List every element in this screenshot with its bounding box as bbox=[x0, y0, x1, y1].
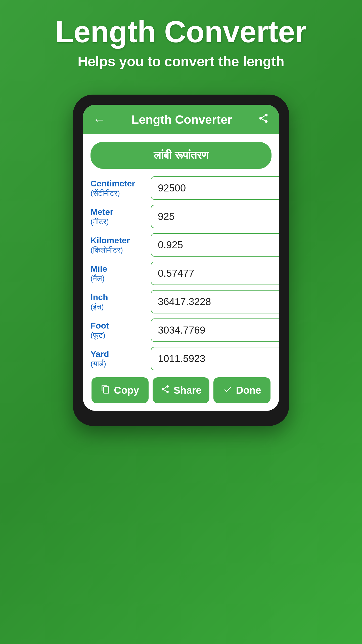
unit-input-4[interactable] bbox=[151, 290, 279, 313]
share-label: Share bbox=[173, 385, 201, 396]
page-subtitle: Helps you to convert the length bbox=[20, 53, 342, 69]
unit-input-5[interactable] bbox=[151, 318, 279, 342]
converter-row: Centimeter(सेंटीमीटर) bbox=[90, 176, 272, 200]
unit-label-2: Kilometer(किलोमीटर) bbox=[90, 235, 146, 255]
unit-label-3: Mile(मैल) bbox=[90, 264, 146, 283]
unit-input-6[interactable] bbox=[151, 347, 279, 370]
unit-name-en-0: Centimeter bbox=[90, 178, 146, 189]
converter-row: Yard(यार्ड) bbox=[90, 347, 272, 370]
unit-input-0[interactable] bbox=[151, 176, 279, 200]
unit-name-en-2: Kilometer bbox=[90, 235, 146, 246]
unit-label-5: Foot(फूट) bbox=[90, 320, 146, 340]
page-header: Length Converter Helps you to convert th… bbox=[0, 0, 362, 79]
converter-rows: Centimeter(सेंटीमीटर)Meter(मीटर)Kilomete… bbox=[90, 176, 272, 370]
converter-row: Mile(मैल) bbox=[90, 262, 272, 285]
copy-icon bbox=[101, 384, 110, 396]
copy-label: Copy bbox=[114, 385, 139, 396]
copy-button[interactable]: Copy bbox=[92, 377, 149, 403]
unit-input-1[interactable] bbox=[151, 205, 279, 228]
unit-input-2[interactable] bbox=[151, 233, 279, 257]
toolbar-title: Length Converter bbox=[131, 113, 232, 127]
unit-name-en-6: Yard bbox=[90, 349, 146, 359]
phone-screen: ← Length Converter लांबी रूपांतरण Centim… bbox=[83, 105, 279, 411]
done-label: Done bbox=[236, 385, 261, 396]
unit-name-en-3: Mile bbox=[90, 264, 146, 274]
unit-label-4: Inch(इंच) bbox=[90, 292, 146, 311]
unit-label-6: Yard(यार्ड) bbox=[90, 349, 146, 368]
share-toolbar-icon[interactable] bbox=[258, 113, 269, 126]
unit-name-hi-3: (मैल) bbox=[90, 274, 146, 283]
unit-name-en-1: Meter bbox=[90, 207, 146, 217]
unit-input-3[interactable] bbox=[151, 262, 279, 285]
unit-name-hi-2: (किलोमीटर) bbox=[90, 246, 146, 255]
unit-name-hi-0: (सेंटीमीटर) bbox=[90, 189, 146, 198]
converter-row: Kilometer(किलोमीटर) bbox=[90, 233, 272, 257]
unit-name-en-4: Inch bbox=[90, 292, 146, 302]
app-toolbar: ← Length Converter bbox=[83, 105, 279, 134]
page-title: Length Converter bbox=[20, 15, 342, 48]
converter-row: Meter(मीटर) bbox=[90, 205, 272, 228]
app-content: लांबी रूपांतरण Centimeter(सेंटीमीटर)Mete… bbox=[83, 134, 279, 411]
unit-label-1: Meter(मीटर) bbox=[90, 207, 146, 226]
share-btn-icon bbox=[160, 384, 170, 396]
unit-label-0: Centimeter(सेंटीमीटर) bbox=[90, 178, 146, 198]
unit-name-hi-6: (यार्ड) bbox=[90, 359, 146, 368]
done-icon bbox=[223, 384, 233, 396]
converter-row: Foot(फूट) bbox=[90, 318, 272, 342]
converter-row: Inch(इंच) bbox=[90, 290, 272, 313]
bottom-buttons: Copy Share Done bbox=[90, 377, 272, 403]
unit-name-en-5: Foot bbox=[90, 320, 146, 331]
unit-name-hi-1: (मीटर) bbox=[90, 217, 146, 226]
unit-name-hi-5: (फूट) bbox=[90, 331, 146, 340]
share-button[interactable]: Share bbox=[153, 377, 210, 403]
lang-button[interactable]: लांबी रूपांतरण bbox=[90, 142, 272, 169]
back-button[interactable]: ← bbox=[93, 112, 106, 127]
unit-name-hi-4: (इंच) bbox=[90, 302, 146, 311]
done-button[interactable]: Done bbox=[213, 377, 270, 403]
phone-mockup: ← Length Converter लांबी रूपांतरण Centim… bbox=[73, 95, 289, 426]
